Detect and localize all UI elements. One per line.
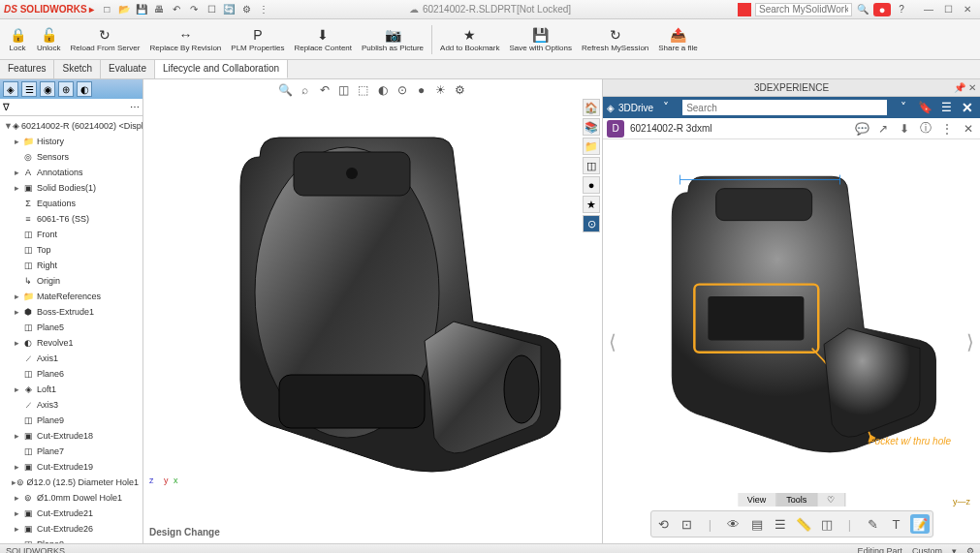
compass-icon[interactable]: ◈ (607, 103, 615, 113)
tree-item[interactable]: ◎Sensors (2, 149, 141, 165)
tree-item[interactable]: ◫Right (2, 258, 141, 273)
file-close-icon[interactable]: ✕ (961, 121, 976, 137)
tree-item[interactable]: ◫Plane8 (2, 537, 141, 543)
ribbon-plm-properties[interactable]: PPLM Properties (227, 21, 288, 58)
preview-tab-tools[interactable]: Tools (776, 493, 817, 507)
graphics-viewport[interactable]: 🔍 ⌕ ↶ ◫ ⬚ ◐ ⊙ ● ☀ ⚙ 🏠 📚 📁 ◫ ● ★ ⊙ (143, 79, 602, 543)
tree-item[interactable]: ▸⊚Ø1.0mm Dowel Hole1 (2, 490, 141, 506)
display-style-icon[interactable]: ◐ (375, 82, 391, 98)
expand-icon[interactable]: ▸ (12, 338, 21, 348)
undo-icon[interactable]: ↶ (170, 3, 183, 16)
view-orient-icon[interactable]: ⬚ (356, 82, 371, 98)
markup-annotation[interactable]: Pocket w/ thru hole (869, 436, 951, 446)
fm-config-tab[interactable]: ◉ (40, 81, 55, 97)
tab-evaluate[interactable]: Evaluate (101, 60, 155, 78)
expand-icon[interactable]: ▸ (12, 183, 21, 193)
close-button[interactable]: ✕ (959, 3, 976, 16)
eye-icon[interactable]: 👁 (724, 514, 743, 534)
note-icon[interactable]: 📝 (910, 514, 930, 534)
filter-icon[interactable]: ∇ (3, 102, 10, 112)
measure-icon[interactable]: 📏 (794, 514, 813, 534)
pin-icon[interactable]: 📌 (954, 82, 965, 93)
appearance-icon[interactable]: ● (414, 82, 429, 98)
status-flag-icon[interactable]: ▾ (952, 546, 957, 554)
pencil-icon[interactable]: ✎ (864, 514, 883, 534)
model-canvas[interactable]: y x z Design Change (143, 79, 602, 543)
tree-item[interactable]: ▸▣Cut-Extrude21 (2, 506, 141, 521)
hide-show-icon[interactable]: ⊙ (395, 82, 410, 98)
tree-item[interactable]: ↳Origin (2, 273, 141, 289)
fm-property-tab[interactable]: ☰ (21, 81, 37, 97)
expand-icon[interactable]: ▸ (12, 168, 21, 177)
prev-nav-right[interactable]: ⟩ (966, 330, 974, 353)
zoom-area-icon[interactable]: ⌕ (298, 82, 313, 98)
expand-icon[interactable]: ▸ (12, 292, 21, 301)
open-icon[interactable]: 📂 (117, 3, 131, 16)
tree-item[interactable]: ◫Top (2, 242, 141, 258)
expand-icon[interactable]: ▸ (12, 431, 21, 441)
minimize-button[interactable]: — (920, 3, 937, 16)
ribbon-share-a-file[interactable]: 📤Share a file (654, 21, 701, 58)
fm-tree-tab[interactable]: ◈ (3, 81, 18, 97)
expand-icon[interactable]: ▸ (12, 508, 21, 518)
redo-icon[interactable]: ↷ (187, 3, 201, 16)
ribbon-replace-content[interactable]: ⬇Replace Content (290, 21, 356, 58)
fm-dim-tab[interactable]: ⊕ (58, 81, 74, 97)
info-icon[interactable]: ⓘ (918, 121, 933, 137)
status-gear-icon[interactable]: ⚙ (966, 546, 974, 554)
tree-item[interactable]: ▸◐Revolve1 (2, 335, 141, 351)
favorite-icon[interactable]: ♡ (817, 493, 845, 507)
expand-icon[interactable]: ▼ (4, 121, 13, 131)
status-units[interactable]: Custom (912, 546, 942, 554)
settings-icon[interactable]: ⚙ (453, 82, 468, 98)
tab-features[interactable]: Features (0, 60, 54, 78)
download-icon[interactable]: ⬇ (897, 121, 912, 137)
preview-canvas[interactable]: ⟨ ⟩ 74.2mm Pocket w/ thru hole ViewTools… (603, 139, 980, 543)
share-icon[interactable]: ↗ (875, 121, 891, 137)
tree-item[interactable]: ≡6061-T6 (SS) (2, 211, 141, 227)
orbit-icon[interactable]: ⟲ (654, 514, 674, 534)
select-icon[interactable]: ☐ (205, 3, 218, 16)
tab-lifecycle-and-collaboration[interactable]: Lifecycle and Collaboration (155, 60, 288, 78)
tree-icon[interactable]: ☰ (771, 514, 790, 534)
expand-icon[interactable]: ▸ (12, 524, 21, 534)
tree-item[interactable]: ◫Plane9 (2, 413, 141, 428)
ribbon-replace-by-revision[interactable]: ↔Replace By Revision (145, 21, 225, 58)
ribbon-publish-as-picture[interactable]: 📷Publish as Picture (358, 21, 427, 58)
drive-close-button[interactable]: ✕ (959, 99, 976, 116)
ribbon-refresh-mysession[interactable]: ↻Refresh MySession (578, 21, 652, 58)
tree-item[interactable]: ΣEquations (2, 196, 141, 211)
preview-tab-view[interactable]: View (738, 493, 776, 507)
tab-sketch[interactable]: Sketch (54, 60, 101, 78)
section-icon[interactable]: ◫ (336, 82, 352, 98)
tree-item[interactable]: ⟋Axis3 (2, 397, 141, 413)
fm-options-icon[interactable]: ⋯ (130, 102, 140, 112)
tree-item[interactable]: ◫Plane5 (2, 320, 141, 335)
zoom-fit-icon[interactable]: 🔍 (278, 82, 294, 98)
tree-item[interactable]: ▸▣Cut-Extrude18 (2, 428, 141, 444)
options-icon[interactable]: ⋮ (257, 3, 270, 16)
tree-item[interactable]: ⟋Axis1 (2, 351, 141, 366)
tree-item[interactable]: ▸⊚Ø12.0 (12.5) Diameter Hole1 (2, 475, 141, 490)
expand-icon[interactable]: ▸ (12, 137, 21, 146)
prev-nav-left[interactable]: ⟨ (609, 330, 616, 353)
tree-item[interactable]: ◫Plane7 (2, 444, 141, 459)
tree-item[interactable]: ▸▣Cut-Extrude19 (2, 459, 141, 475)
fit-icon[interactable]: ⊡ (678, 514, 697, 534)
scene-icon[interactable]: ☀ (433, 82, 449, 98)
ribbon-save-with-options[interactable]: 💾Save with Options (505, 21, 575, 58)
gear-icon[interactable]: ⚙ (239, 3, 253, 16)
tree-item[interactable]: ◫Plane6 (2, 366, 141, 382)
prev-view-icon[interactable]: ↶ (317, 82, 332, 98)
ribbon-add-to-bookmark[interactable]: ★Add to Bookmark (436, 21, 503, 58)
new-icon[interactable]: □ (100, 3, 113, 16)
notifications-icon[interactable]: ● (873, 3, 891, 16)
tree-item[interactable]: ▸▣Cut-Extrude26 (2, 521, 141, 537)
ribbon-lock[interactable]: 🔒Lock (4, 21, 31, 58)
restore-button[interactable]: ☐ (939, 3, 957, 16)
search-input[interactable] (755, 3, 852, 16)
drive-dropdown-icon[interactable]: ˅ (657, 99, 675, 116)
tree-item[interactable]: ▸◈Loft1 (2, 382, 141, 397)
fm-display-tab[interactable]: ◐ (77, 81, 92, 97)
section-view-icon[interactable]: ◫ (817, 514, 837, 534)
